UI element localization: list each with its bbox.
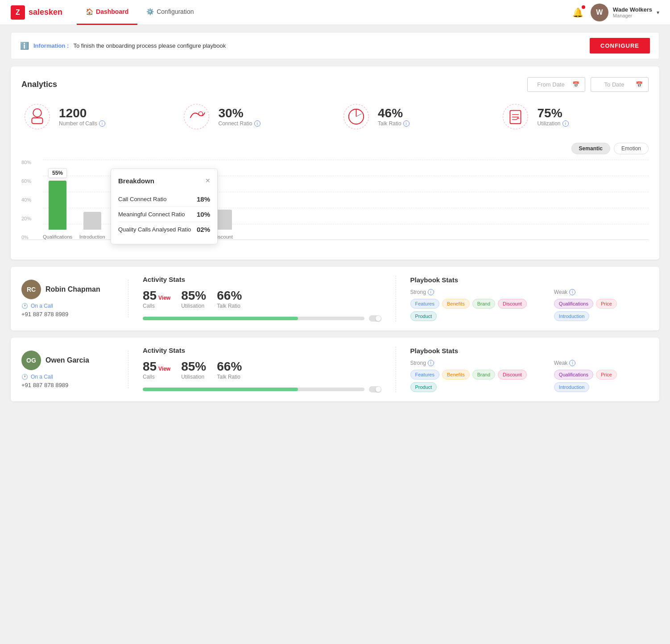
agent-avatar-0: RC [21,280,41,299]
svg-point-10 [503,104,528,129]
navbar: Z salesken 🏠 Dashboard ⚙️ Configuration … [0,0,670,25]
agent-info-0: RC Robin Chapman 🕐 On a Call +91 887 878… [21,280,128,318]
connect-info-icon[interactable]: i [254,120,261,127]
strong-col-1: Strong i FeaturesBenefitsBrandDiscountPr… [410,360,547,392]
weak-tag: Price [596,370,617,380]
bell-icon[interactable]: 🔔 [572,7,583,18]
weak-tags-1: QualificationsPriceIntroduction [554,370,649,392]
calls-info-icon[interactable]: i [99,120,105,127]
progress-toggle-0[interactable] [369,315,381,322]
talk-ratio-label-1: Talk Ratio [217,374,242,380]
agent-phone-1: +91 887 878 8989 [21,382,117,388]
stat-connect-number: 30% [219,106,261,120]
breakdown-row-0: Call Connect Ratio 18% [118,192,210,207]
activity-numbers-0: 85 View Calls 85% Utilisation 66% Talk R… [143,289,381,309]
breakdown-close-icon[interactable]: × [205,176,210,186]
user-name: Wade Wolkers [613,6,652,13]
stat-utilization-label: Utilization i [538,120,569,127]
playbook-row-0: Strong i FeaturesBenefitsBrandDiscountPr… [410,289,649,321]
agent-cards-container: RC Robin Chapman 🕐 On a Call +91 887 878… [11,267,659,401]
talk-info-icon[interactable]: i [403,120,409,127]
bar-qualifications-tooltip: 55% [48,168,67,178]
y-label-60: 60% [21,178,31,184]
chevron-down-icon[interactable]: ▾ [657,9,659,16]
strong-tags-0: FeaturesBenefitsBrandDiscountProduct [410,299,547,321]
logo[interactable]: Z salesken [11,5,62,20]
stat-connect-text: 30% Connect Ratio i [219,106,261,127]
utilisation-num-0: 85% Utilisation [181,289,206,309]
stat-calls-label: Number of Calls i [59,120,105,127]
utilisation-label-1: Utilisation [181,374,206,380]
configure-button[interactable]: CONFIGURE [590,38,650,54]
bar-qualifications-label: Qualifications [43,234,72,239]
emotion-btn[interactable]: Emotion [614,143,649,154]
clock-icon-1: 🕐 [21,374,28,380]
calls-big-0: 85 [143,289,157,302]
agent-phone-0: +91 887 878 8989 [21,311,117,318]
strong-tag: Benefits [442,299,470,309]
calendar-icon-2: 📅 [636,81,643,88]
breakdown-value-1: 10% [197,211,210,218]
calls-num-1: 85 View Calls [143,359,170,380]
svg-point-4 [184,104,209,129]
view-link-1[interactable]: View [158,366,170,372]
breakdown-label-0: Call Connect Ratio [118,196,166,202]
stat-calls-number: 1200 [59,106,105,120]
stats-row: 1200 Number of Calls i 30% [21,101,649,132]
weak-tag: Qualifications [554,299,593,309]
progress-fill-0 [143,317,298,320]
y-label-20: 20% [21,216,31,221]
weak-tag: Price [596,299,617,309]
y-label-80: 80% [21,160,31,165]
strong-tag: Product [410,311,437,321]
view-link-0[interactable]: View [158,295,170,301]
agent-name-0: Robin Chapman [45,285,100,293]
y-label-40: 40% [21,197,31,202]
weak-info-icon-0[interactable]: i [569,289,575,295]
calls-label-1: Calls [143,374,170,380]
info-message: To finish the onboarding process please … [73,42,226,49]
calls-label-0: Calls [143,303,170,309]
stat-talk: 46% Talk Ratio i [340,101,489,132]
info-icon: ℹ️ [20,41,29,50]
agent-status-1: 🕐 On a Call [21,374,117,380]
bar-qualifications-fill: 55% [49,181,66,230]
strong-info-icon-0[interactable]: i [428,289,434,295]
breakdown-title: Breakdown [118,177,154,185]
stat-calls-text: 1200 Number of Calls i [59,106,105,127]
strong-label-0: Strong i [410,289,547,295]
strong-tag: Benefits [442,370,470,380]
nav-item-dashboard[interactable]: 🏠 Dashboard [77,0,137,25]
bar-qualifications: 55% Qualifications [43,181,72,239]
strong-info-icon-1[interactable]: i [428,360,434,366]
from-date-input[interactable]: From Date 📅 [527,77,585,92]
user-role: Manager [613,13,652,18]
logo-text: salesken [29,8,62,17]
breakdown-value-2: 02% [197,226,210,233]
weak-col-1: Weak i QualificationsPriceIntroduction [554,360,649,392]
progress-toggle-1[interactable] [369,386,381,392]
utilisation-label-0: Utilisation [181,303,206,309]
playbook-title-0: Playbook Stats [410,276,649,284]
activity-stats-0: Activity Stats 85 View Calls 85% Utilisa… [128,276,396,322]
utilization-info-icon[interactable]: i [562,120,569,127]
y-label-0: 0% [21,235,31,240]
stat-talk-number: 46% [378,106,409,120]
calendar-icon: 📅 [572,81,579,88]
semantic-btn[interactable]: Semantic [571,143,610,154]
agent-card-1: OG Owen Garcia 🕐 On a Call +91 887 878 8… [11,338,659,401]
weak-info-icon-1[interactable]: i [569,360,575,366]
nav-item-configuration[interactable]: ⚙️ Configuration [137,0,203,25]
calls-icon [21,101,53,132]
to-date-input[interactable]: To Date 📅 [591,77,649,92]
chart-area: Semantic Emotion 80% 60% 40% 20% 0% [21,143,649,249]
calls-num-0: 85 View Calls [143,289,170,309]
strong-tag: Brand [472,299,495,309]
weak-col-0: Weak i QualificationsPriceIntroduction [554,289,649,321]
activity-title-0: Activity Stats [143,276,381,283]
stat-connect: 30% Connect Ratio i [181,101,330,132]
connect-icon [181,101,212,132]
breakdown-label-1: Meaningful Connect Ratio [118,211,185,218]
bar-introduction-label: Introduction [79,234,105,239]
talk-icon [340,101,372,132]
